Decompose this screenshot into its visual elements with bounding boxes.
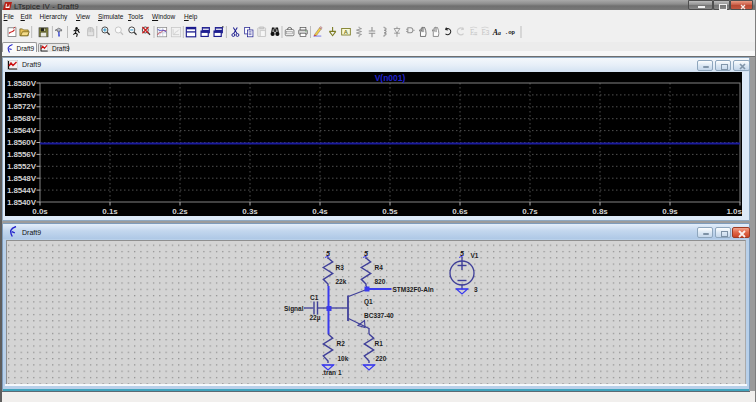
- svg-text:0.6s: 0.6s: [452, 207, 468, 216]
- svg-text:Q1: Q1: [364, 298, 373, 306]
- svg-text:R2: R2: [337, 340, 346, 347]
- svg-text:0.5s: 0.5s: [382, 207, 398, 216]
- svg-text:.op: .op: [505, 29, 516, 36]
- svg-text:0.1s: 0.1s: [102, 207, 118, 216]
- svg-text:10k: 10k: [338, 355, 349, 362]
- svg-text:0.4s: 0.4s: [312, 207, 328, 216]
- svg-text:1.8560V: 1.8560V: [7, 138, 37, 147]
- svg-text:22k: 22k: [336, 278, 347, 285]
- svg-text:1.8580V: 1.8580V: [7, 79, 37, 88]
- svg-text:C1: C1: [310, 294, 319, 301]
- svg-text:1.8544V: 1.8544V: [7, 186, 37, 195]
- svg-text:0.2s: 0.2s: [172, 207, 188, 216]
- svg-text:0.7s: 0.7s: [522, 207, 538, 216]
- svg-text:V1: V1: [471, 252, 479, 259]
- svg-text:220: 220: [376, 355, 387, 362]
- svg-text:1.8572V: 1.8572V: [7, 102, 37, 111]
- svg-text:Signal: Signal: [284, 305, 304, 313]
- svg-text:1.8576V: 1.8576V: [7, 91, 37, 100]
- svg-text:0.3s: 0.3s: [242, 207, 258, 216]
- svg-text:A: A: [344, 29, 348, 35]
- svg-text:1.8564V: 1.8564V: [7, 126, 37, 135]
- svg-text:0.9s: 0.9s: [662, 207, 678, 216]
- svg-text:R1: R1: [375, 340, 384, 347]
- svg-text:22µ: 22µ: [310, 314, 321, 322]
- svg-text:R3: R3: [336, 264, 345, 271]
- svg-text:1.8548V: 1.8548V: [7, 174, 37, 183]
- svg-text:A: A: [492, 28, 498, 37]
- svg-text:0.0s: 0.0s: [32, 207, 48, 216]
- svg-text:1.8540V: 1.8540V: [7, 198, 37, 207]
- svg-text:1.8556V: 1.8556V: [7, 150, 37, 159]
- svg-text:a: a: [498, 30, 501, 36]
- svg-text:1.8568V: 1.8568V: [7, 114, 37, 123]
- svg-text:1.0s: 1.0s: [726, 207, 742, 216]
- svg-text:BC337-40: BC337-40: [364, 312, 394, 319]
- svg-text:820: 820: [375, 278, 386, 285]
- svg-text:R4: R4: [375, 264, 384, 271]
- svg-text:1.8552V: 1.8552V: [7, 162, 37, 171]
- svg-text:0.8s: 0.8s: [592, 207, 608, 216]
- svg-text:.tran 1: .tran 1: [322, 369, 342, 376]
- svg-text:STM32F0-AIn: STM32F0-AIn: [393, 286, 434, 293]
- svg-text:V(n001): V(n001): [375, 73, 406, 83]
- svg-text:E: E: [470, 29, 475, 37]
- svg-text:3: 3: [474, 286, 478, 293]
- svg-text:3: 3: [486, 29, 490, 36]
